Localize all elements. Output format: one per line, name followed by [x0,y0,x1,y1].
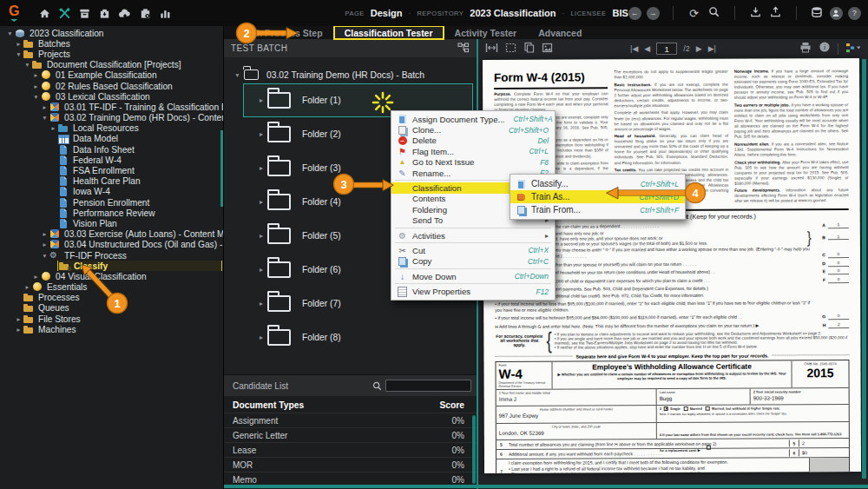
expander-icon[interactable]: ▾ [40,252,49,260]
tree-item-iowa-w-4[interactable]: Iowa W-4 [0,187,223,197]
last-page-icon[interactable]: ▶| [708,44,716,53]
candidate-row-assignment[interactable]: Assignment0% [224,413,477,427]
expander-icon[interactable]: ▸ [14,315,23,323]
services-box-icon[interactable] [139,6,152,21]
tree-item-03-03-exercise-auto-loans-content-model[interactable]: ▸03.03 Exercise (Auto Loans) - Content M… [0,229,223,240]
menu-item-delete[interactable]: DeleteDel [391,135,555,146]
tab-batch-process-step[interactable]: Batch Process Step [227,26,333,39]
sidebar-scrollbar[interactable] [220,130,223,207]
expander-icon[interactable]: ▸ [255,164,267,172]
page-number-input[interactable]: 1 [656,43,677,55]
expander-icon[interactable]: ▾ [40,114,49,122]
view-options-icon[interactable] [845,41,861,56]
batch-root-row[interactable]: ▾03.02 Training Demo (HR Docs) - Batch [224,57,477,83]
horizontal-scrollbar[interactable] [224,485,868,488]
upload-icon[interactable] [768,6,783,20]
menu-item-classify[interactable]: Classify...Ctrl+Shift+L [510,177,685,190]
tree-item-fsa-enrollment[interactable]: FSA Enrollment [0,165,223,175]
expander-icon[interactable]: ▸ [31,71,41,79]
tree-item-document-classification-projects[interactable]: ▾Document Classification [Projects] [0,60,223,70]
print-icon[interactable] [799,41,812,56]
tree-item-pension-enrollment[interactable]: Pension Enrollment [0,197,223,208]
tree-item-data-info-sheet[interactable]: Data Info Sheet [0,144,223,155]
first-page-icon[interactable]: |◀ [630,44,638,53]
tree-item-03-02-training-demo-hr-docs-content-model[interactable]: ▾03.02 Training Demo (HR Docs) - Content… [0,113,223,123]
tree-item-03-01-tf-idf-training-classification-basics-content-model[interactable]: ▸03.01 TF-IDF - Training & Classificatio… [0,102,223,112]
expander-icon[interactable]: ▾ [233,71,242,79]
expander-icon[interactable]: ▸ [14,40,23,48]
candidate-row-mor[interactable]: MOR0% [224,457,477,472]
expander-icon[interactable]: ▾ [5,30,15,37]
tree-item-queues[interactable]: Queues [0,303,223,314]
expander-icon[interactable]: ▸ [40,103,49,111]
tree-item-federal-w-4[interactable]: Federal W-4 [0,155,223,165]
menu-item-go-to-next-issue[interactable]: Go to Next IssueF8 [391,157,555,168]
expander-icon[interactable]: ▸ [255,198,267,206]
tree-item-data-model[interactable]: Data Model [0,134,223,144]
database-icon[interactable] [810,6,825,21]
menu-item-train-from[interactable]: Train From...Ctrl+Shift+F [510,203,685,216]
tree-item-batches[interactable]: ▸Batches [0,38,223,49]
candidate-scrollbar[interactable] [472,415,476,484]
tree-item-2023-classification[interactable]: ▾2023 Classification [0,28,223,38]
stats-chart-icon[interactable] [159,6,172,21]
prev-page-icon[interactable]: ◀ [644,44,650,53]
menu-item-flag-item[interactable]: Flag Item...Ctrl+L [391,146,555,156]
tree-item-tf-idf-process[interactable]: ▾TF-IDF Process [0,250,223,261]
tree-item-processes[interactable]: Processes [0,293,223,303]
search-icon[interactable] [707,6,721,20]
tree-item-03-lexical-classification[interactable]: ▾03 Lexical Classification [0,91,223,102]
batch-folder-row-8[interactable]: ▸Folder (8) [243,320,473,354]
menu-item-view-properties[interactable]: View PropertiesF12 [391,286,555,296]
import-box-icon[interactable] [98,6,111,21]
expander-icon[interactable]: ▸ [14,326,23,334]
archive-icon[interactable] [78,6,91,21]
tree-item-01-example-classification[interactable]: ▸01 Example Classification [0,70,223,81]
info-icon[interactable]: i [819,41,831,56]
tree-item-machines[interactable]: ▸Machines [0,324,223,334]
tree-item-projects[interactable]: ▾Projects [0,49,223,59]
tree-item-vision-plan[interactable]: Vision Plan [0,218,223,228]
tab-activity-tester[interactable]: Activity Tester [444,26,528,39]
candidate-row-lease[interactable]: Lease0% [224,442,477,457]
expander-icon[interactable]: ▸ [255,334,267,341]
menu-item-clone[interactable]: Clone...Ctrl+Shift+O [391,124,555,135]
design-tools-icon[interactable] [58,6,71,21]
expander-icon[interactable]: ▸ [255,96,267,104]
home-icon[interactable] [38,6,51,21]
tree-item-02-rules-based-classification[interactable]: ▸02 Rules Based Classification [0,81,223,91]
menu-item-activities[interactable]: Activities▸ [391,230,555,241]
expander-icon[interactable]: ▸ [255,300,267,307]
tree-item-03-04-unstructured-docs-oil-and-gas-content-model[interactable]: ▸03.04 Unstructured Docs (Oil and Gas) -… [0,240,223,250]
expander-icon[interactable]: ▸ [49,124,58,132]
page-value[interactable]: Design [371,8,403,18]
expander-icon[interactable]: ▸ [23,283,32,291]
tree-item-performance-review[interactable]: Performance Review [0,208,223,218]
candidate-search-input[interactable] [385,380,471,392]
expander-icon[interactable]: ▾ [14,50,23,58]
back-button[interactable]: ← [628,7,641,20]
expander-icon[interactable]: ▾ [23,61,32,69]
repository-value[interactable]: 2023 Classification [470,8,556,18]
forward-button[interactable]: → [647,7,660,20]
expander-icon[interactable]: ▸ [31,83,41,90]
expander-icon[interactable]: ▸ [255,232,267,240]
tree-item-04-visual-classification[interactable]: ▸04 Visual Classification [0,271,223,281]
tree-item-local-resources[interactable]: ▸Local Resources [0,123,223,134]
tree-item-essentials[interactable]: ▸Essentials [0,282,223,293]
expander-icon[interactable]: ▸ [40,230,49,238]
batch-hierarchy-icon[interactable] [457,43,470,55]
menu-item-copy[interactable]: CopyCtrl+C [391,256,555,267]
expander-icon[interactable]: ▸ [31,273,41,281]
menu-item-train-as[interactable]: Train As...Ctrl+Shift+D [510,190,685,203]
viewer-scrollbar[interactable] [862,59,866,479]
expander-icon[interactable]: ▾ [31,93,41,101]
tree-item-health-care-plan[interactable]: Health Care Plan [0,176,223,187]
expander-icon[interactable]: ▸ [40,241,49,248]
upload-cloud-icon[interactable] [118,6,132,21]
user-icon[interactable] [830,7,843,20]
tree-item-file-stores[interactable]: ▸File Stores [0,314,223,324]
menu-item-move-down[interactable]: Move DownCtrl+Down [391,271,555,281]
tree-item-classify[interactable]: ⚙Classify [0,261,223,271]
tab-advanced[interactable]: Advanced [528,26,592,39]
